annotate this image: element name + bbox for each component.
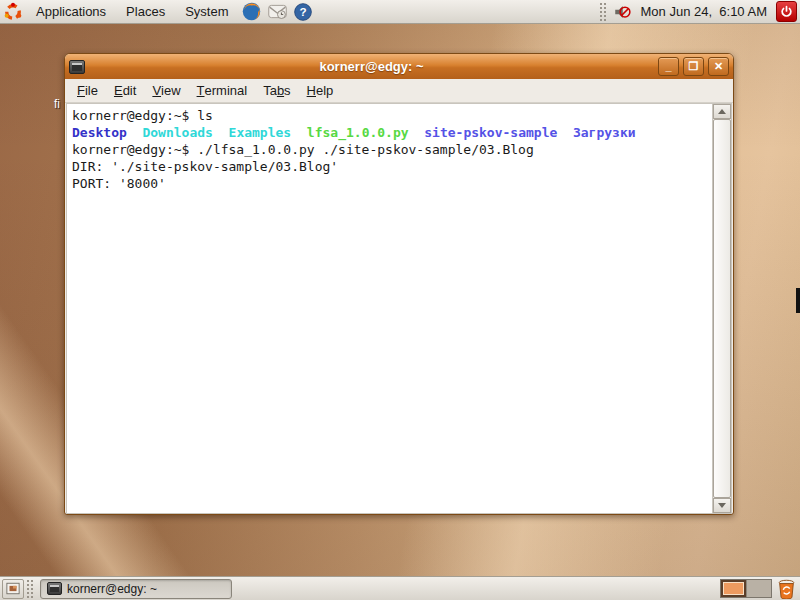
show-desktop-button[interactable] [2, 579, 24, 599]
terminal-text-segment: Загрузки [573, 125, 636, 140]
menu-system[interactable]: System [175, 0, 238, 24]
window-titlebar[interactable]: kornerr@edgy: ~ _ ❐ ✕ [65, 54, 733, 79]
help-icon[interactable]: ? [292, 1, 314, 23]
clock[interactable]: Mon Jun 24, 6:10 AM [635, 4, 773, 19]
menu-places[interactable]: Places [116, 0, 175, 24]
menu-file[interactable]: File [69, 79, 106, 103]
tasklist-drag-handle[interactable] [26, 579, 34, 599]
terminal-text-segment [127, 125, 143, 140]
terminal-text-segment: kornerr@edgy:~$ ls [72, 108, 213, 123]
taskbar-window-label: kornerr@edgy: ~ [67, 582, 157, 596]
terminal-text-segment [291, 125, 307, 140]
firefox-launcher-icon[interactable] [240, 1, 262, 23]
screen-edge-cursor-mark [796, 288, 800, 313]
menu-terminal[interactable]: Terminal [189, 79, 256, 103]
applet-drag-handle[interactable] [599, 2, 607, 22]
minimize-button[interactable]: _ [658, 57, 679, 76]
maximize-button[interactable]: ❐ [683, 57, 704, 76]
terminal-line: kornerr@edgy:~$ ls [72, 107, 707, 124]
terminal-task-icon [47, 582, 62, 595]
menu-edit[interactable]: Edit [106, 79, 144, 103]
arrow-up-icon [718, 109, 726, 114]
scroll-down-button[interactable] [713, 498, 731, 513]
window-title: kornerr@edgy: ~ [85, 59, 658, 74]
terminal-menubar: File Edit View Terminal Tabs Help [65, 79, 733, 103]
power-button[interactable] [776, 1, 797, 22]
terminal-window-icon[interactable] [69, 60, 85, 74]
terminal-line: PORT: '8000' [72, 175, 707, 192]
terminal-text-segment: Downloads [142, 125, 212, 140]
terminal-text-segment: Desktop [72, 125, 127, 140]
taskbar-window-button[interactable]: kornerr@edgy: ~ [40, 579, 232, 599]
menu-applications[interactable]: Applications [26, 0, 116, 24]
arrow-down-icon [718, 503, 726, 508]
ubuntu-logo-icon[interactable] [2, 1, 24, 23]
top-panel: Applications Places System ? Mon Jun 2 [0, 0, 800, 24]
terminal-text-segment: kornerr@edgy:~$ ./lfsa_1.0.0.py ./site-p… [72, 142, 534, 157]
bottom-panel: kornerr@edgy: ~ [0, 576, 800, 600]
terminal-text-segment: DIR: './site-pskov-sample/03.Blog' [72, 159, 338, 174]
terminal-output[interactable]: kornerr@edgy:~$ lsDesktop Downloads Exam… [67, 104, 712, 513]
scrollbar-thumb[interactable] [713, 119, 731, 498]
terminal-line: kornerr@edgy:~$ ./lfsa_1.0.0.py ./site-p… [72, 141, 707, 158]
close-button[interactable]: ✕ [708, 57, 729, 76]
menu-help[interactable]: Help [299, 79, 342, 103]
trash-icon[interactable] [775, 578, 797, 600]
terminal-text-segment: PORT: '8000' [72, 176, 166, 191]
mail-notification-icon[interactable] [266, 1, 288, 23]
workspace-switcher [720, 579, 772, 598]
terminal-text-segment [557, 125, 573, 140]
menu-tabs[interactable]: Tabs [255, 79, 298, 103]
terminal-line: Desktop Downloads Examples lfsa_1.0.0.py… [72, 124, 707, 141]
scroll-up-button[interactable] [713, 104, 731, 119]
terminal-window: kornerr@edgy: ~ _ ❐ ✕ File Edit View Ter… [64, 53, 734, 515]
menu-view[interactable]: View [144, 79, 188, 103]
workspace-2[interactable] [746, 580, 771, 597]
svg-text:?: ? [300, 5, 307, 18]
volume-muted-icon[interactable] [611, 1, 633, 23]
terminal-text-segment [213, 125, 229, 140]
desktop-icon-label-partial[interactable]: fi [54, 97, 60, 111]
terminal-scrollbar[interactable] [712, 104, 731, 513]
terminal-line: DIR: './site-pskov-sample/03.Blog' [72, 158, 707, 175]
workspace-1-active[interactable] [721, 580, 746, 597]
terminal-text-segment: Examples [229, 125, 292, 140]
terminal-text-segment [409, 125, 425, 140]
terminal-text-segment: site-pskov-sample [424, 125, 557, 140]
terminal-text-segment: lfsa_1.0.0.py [307, 125, 409, 140]
